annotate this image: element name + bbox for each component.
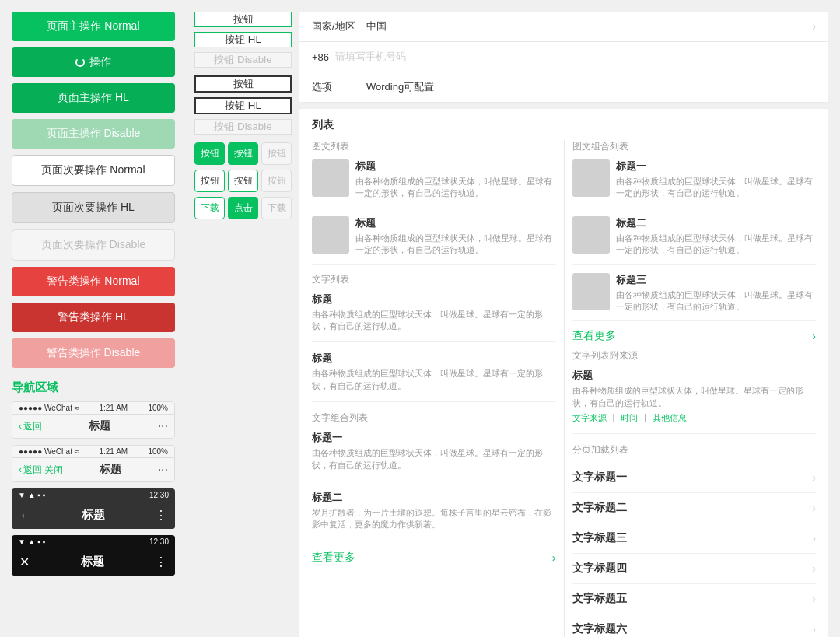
btn-row-green-2[interactable]: 按钮 — [228, 142, 258, 165]
ios-back-close-button[interactable]: ‹ 返回 关闭 — [19, 464, 63, 477]
android-signal-2: ▼ ▲ ▪ ▪ — [18, 537, 45, 546]
secondary-normal-button[interactable]: 页面次要操作 Normal — [12, 155, 175, 186]
secondary-hl-button[interactable]: 页面次要操作 HL — [12, 192, 175, 223]
text-source-list-title: 文字列表附来源 — [572, 349, 817, 362]
btn-row-green-1[interactable]: 按钮 — [194, 142, 225, 165]
text-combo-title-2: 标题二 — [312, 491, 556, 505]
list-two-col: 图文列表 标题 由各种物质组成的巨型球状天体，叫做星球。星球有一定的形状，有自己… — [312, 140, 816, 637]
img-combo-title-3: 标题三 — [616, 273, 817, 287]
loading-icon — [75, 58, 85, 67]
img-combo-thumb-3 — [572, 273, 610, 310]
sm-solid-button-1[interactable]: 按钮 — [194, 75, 292, 93]
chevron-left-icon-2: ‹ — [19, 464, 22, 475]
btn-row-outline-1[interactable]: 按钮 — [194, 170, 225, 192]
img-list-item-1: 标题 由各种物质组成的巨型球状天体，叫做星球。星球有一定的形状，有自己的运行轨道… — [312, 159, 556, 208]
country-row[interactable]: 国家/地区 中国 › — [299, 12, 828, 42]
ios-time-2: 1:21 AM — [99, 447, 128, 456]
main-hl-button[interactable]: 页面主操作 HL — [12, 83, 175, 113]
ios-more-button-2[interactable]: ··· — [158, 463, 168, 477]
danger-disable-button: 警告类操作 Disable — [12, 338, 175, 368]
android-time-1: 12:30 — [149, 491, 169, 499]
ios-signal-2: ●●●●● WeChat ≈ — [19, 447, 79, 456]
main-normal-button[interactable]: 页面主操作 Normal — [12, 12, 175, 41]
ios-time-1: 1:21 AM — [99, 404, 128, 412]
paged-item-2[interactable]: 文字标题二 › — [572, 493, 817, 523]
text-source-title: 标题 — [572, 369, 817, 383]
img-combo-text-3: 标题三 由各种物质组成的巨型球状天体，叫做星球。星球有一定的形状，有自己的运行轨… — [616, 273, 817, 313]
img-thumb-1 — [312, 159, 349, 197]
btn-row-disable-2: 按钮 — [261, 170, 292, 192]
sm-outline-hl-button-1[interactable]: 按钮 HL — [194, 32, 292, 47]
chevron-left-icon: ‹ — [19, 421, 22, 432]
img-combo-desc-1: 由各种物质组成的巨型球状天体，叫做星球。星球有一定的形状，有自己的运行轨道。 — [616, 176, 817, 200]
android-status-bar-2: ▼ ▲ ▪ ▪ 12:30 — [12, 535, 175, 548]
img-combo-text-1: 标题一 由各种物质组成的巨型球状天体，叫做星球。星球有一定的形状，有自己的运行轨… — [616, 159, 817, 200]
img-list-item-desc-2: 由各种物质组成的巨型球状天体，叫做星球。星球有一定的形状，有自己的运行轨道。 — [355, 233, 556, 257]
danger-normal-button[interactable]: 警告类操作 Normal — [12, 267, 175, 296]
img-combo-desc-2: 由各种物质组成的巨型球状天体，叫做星球。星球有一定的形状，有自己的运行轨道。 — [616, 233, 817, 257]
android-nav-title-1: 标题 — [38, 508, 149, 523]
btn-row-1: 按钮 按钮 按钮 — [194, 142, 292, 165]
ios-back-label-1: 返回 — [23, 420, 42, 433]
text-source-links: 文字来源 | 时间 | 其他信息 — [572, 412, 817, 424]
ios-status-bar-2: ●●●●● WeChat ≈ 1:21 AM 100% — [12, 446, 174, 457]
ios-back-button-1[interactable]: ‹ 返回 — [19, 420, 42, 433]
ios-nav-screen-2: ●●●●● WeChat ≈ 1:21 AM 100% ‹ 返回 关闭 标题 ·… — [12, 445, 175, 482]
see-more-arrow-right: › — [812, 330, 816, 342]
ios-nav-bar-2: ‹ 返回 关闭 标题 ··· — [12, 457, 174, 481]
main-operating-button[interactable]: 操作 — [12, 47, 175, 77]
text-source-separator-2: | — [644, 412, 646, 424]
img-list-text-1: 标题 由各种物质组成的巨型球状天体，叫做星球。星球有一定的形状，有自己的运行轨道… — [355, 159, 556, 200]
sm-outline-button-1[interactable]: 按钮 — [194, 12, 292, 27]
paged-item-4[interactable]: 文字标题四 › — [572, 554, 817, 584]
ios-nav-title-2: 标题 — [63, 463, 157, 477]
android-close-icon[interactable]: ✕ — [19, 555, 30, 569]
btn-row-outline-2[interactable]: 按钮 — [228, 170, 258, 192]
paged-label-5: 文字标题五 — [572, 592, 627, 606]
country-label: 国家/地区 — [312, 19, 366, 33]
see-more-arrow-left: › — [552, 551, 556, 564]
sm-outline-disable-button-1: 按钮 Disable — [194, 52, 292, 68]
android-more-button-2[interactable]: ⋮ — [155, 555, 167, 569]
paged-label-1: 文字标题一 — [572, 471, 627, 485]
text-source-link-2[interactable]: 时间 — [621, 412, 638, 424]
list-left-col: 图文列表 标题 由各种物质组成的巨型球状天体，叫做星球。星球有一定的形状，有自己… — [312, 140, 565, 637]
text-source-link-3[interactable]: 其他信息 — [653, 412, 687, 424]
android-more-button-1[interactable]: ⋮ — [155, 508, 167, 523]
left-see-more[interactable]: 查看更多 › — [312, 551, 556, 565]
android-back-icon[interactable]: ← — [19, 509, 32, 523]
paged-arrow-2: › — [812, 502, 816, 514]
right-img-see-more[interactable]: 查看更多 › — [572, 329, 817, 343]
list-section: 列表 图文列表 标题 由各种物质组成的巨型球状天体，叫做星球。星球有一定的形状，… — [299, 109, 828, 637]
ios-status-bar-1: ●●●●● WeChat ≈ 1:21 AM 100% — [12, 402, 174, 414]
img-list-title: 图文列表 — [312, 140, 556, 153]
img-combo-item-1: 标题一 由各种物质组成的巨型球状天体，叫做星球。星球有一定的形状，有自己的运行轨… — [572, 159, 817, 208]
download-button[interactable]: 下载 — [194, 197, 225, 219]
phone-row[interactable]: +86 请填写手机号码 — [299, 42, 828, 72]
text-source-link-1[interactable]: 文字来源 — [572, 412, 607, 424]
img-combo-thumb-1 — [572, 159, 610, 197]
text-combo-desc-2: 岁月扩散者，为一片土壤的遐想。每株子言里的星云密布，在影影中复活，更多的魔力作供… — [312, 507, 556, 531]
sm-solid-hl-button-1[interactable]: 按钮 HL — [194, 97, 292, 114]
btn-row-3: 下载 点击 下载 — [194, 197, 292, 219]
paged-item-5[interactable]: 文字标题五 › — [572, 584, 817, 614]
text-source-desc: 由各种物质组成的巨型球状天体，叫做星球。星球有一定的形状，有自己的运行轨道。 — [572, 385, 817, 409]
android-time-2: 12:30 — [149, 537, 169, 546]
paged-arrow-6: › — [812, 623, 816, 635]
text-item-desc-2: 由各种物质组成的巨型球状天体，叫做星球。星球有一定的形状，有自己的运行轨道。 — [312, 368, 556, 392]
paged-item-1[interactable]: 文字标题一 › — [572, 463, 817, 493]
ios-more-button-1[interactable]: ··· — [158, 419, 168, 433]
paged-item-3[interactable]: 文字标题三 › — [572, 523, 817, 554]
img-combo-title-1: 标题一 — [616, 159, 817, 173]
btn-row-2: 按钮 按钮 按钮 — [194, 170, 292, 192]
click-button[interactable]: 点击 — [228, 197, 258, 219]
country-arrow-icon: › — [812, 20, 816, 33]
paged-label-6: 文字标题六 — [572, 622, 627, 636]
paged-arrow-5: › — [812, 593, 816, 605]
option-value: Wording可配置 — [366, 80, 816, 94]
paged-item-6[interactable]: 文字标题六 › — [572, 614, 817, 637]
text-list-title: 文字列表 — [312, 273, 556, 286]
img-combo-desc-3: 由各种物质组成的巨型球状天体，叫做星球。星球有一定的形状，有自己的运行轨道。 — [616, 289, 817, 313]
danger-hl-button[interactable]: 警告类操作 HL — [12, 303, 175, 332]
img-combo-thumb-2 — [572, 216, 610, 254]
